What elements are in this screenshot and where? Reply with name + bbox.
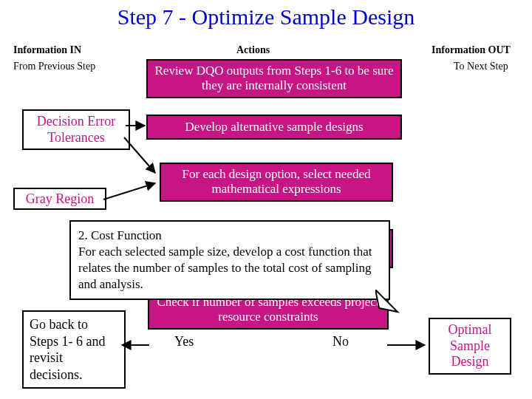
callout-body: For each selected sample size, develop a…	[78, 245, 372, 291]
step-review: Review DQO outputs from Steps 1-6 to be …	[146, 59, 402, 98]
label-yes: Yes	[174, 334, 194, 349]
output-optimal-sample-design: Optimal Sample Design	[429, 318, 511, 375]
page-title: Step 7 - Optimize Sample Design	[0, 4, 532, 30]
step-develop: Develop alternative sample designs	[146, 115, 402, 140]
svg-marker-5	[375, 290, 398, 312]
label-to-next: To Next Step	[454, 61, 508, 72]
callout-pointer-icon	[375, 290, 405, 319]
callout-heading: 2. Cost Function	[78, 228, 162, 242]
goback-box: Go back to Steps 1- 6 and revisit decisi…	[22, 310, 126, 389]
callout-cost-function: 2. Cost Function For each selected sampl…	[69, 220, 390, 300]
header-info-out: Information OUT	[432, 44, 511, 56]
label-from-previous: From Previous Step	[13, 61, 95, 72]
label-no: No	[332, 334, 349, 349]
input-gray-region: Gray Region	[13, 188, 106, 210]
header-actions: Actions	[236, 44, 270, 56]
header-info-in: Information IN	[13, 44, 81, 56]
svg-line-2	[103, 183, 155, 200]
step-foreach: For each design option, select needed ma…	[160, 163, 393, 202]
input-decision-error-tolerances: Decision Error Tolerances	[22, 109, 130, 150]
